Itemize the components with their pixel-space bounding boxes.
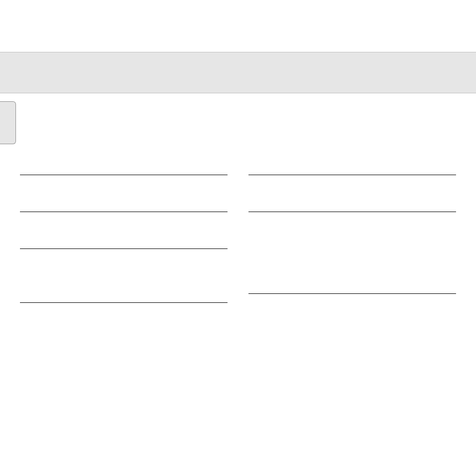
- field-left-3[interactable]: [20, 227, 228, 249]
- field-left-1[interactable]: [20, 153, 228, 175]
- gap: [20, 175, 228, 190]
- gap: [20, 212, 228, 227]
- header-bar: [0, 52, 476, 93]
- field-right-1[interactable]: [248, 153, 456, 175]
- gap: [248, 212, 456, 272]
- field-left-2[interactable]: [20, 190, 228, 212]
- field-left-4[interactable]: [20, 281, 228, 303]
- field-right-3[interactable]: [248, 272, 456, 294]
- toolbar-region: [0, 93, 476, 153]
- sidebar-toggle-button[interactable]: [0, 101, 16, 144]
- form-column-left: [20, 153, 228, 303]
- gap: [248, 175, 456, 190]
- form-area: [0, 153, 476, 303]
- top-spacer: [0, 0, 476, 52]
- form-column-right: [248, 153, 456, 303]
- gap: [20, 249, 228, 281]
- field-right-2[interactable]: [248, 190, 456, 212]
